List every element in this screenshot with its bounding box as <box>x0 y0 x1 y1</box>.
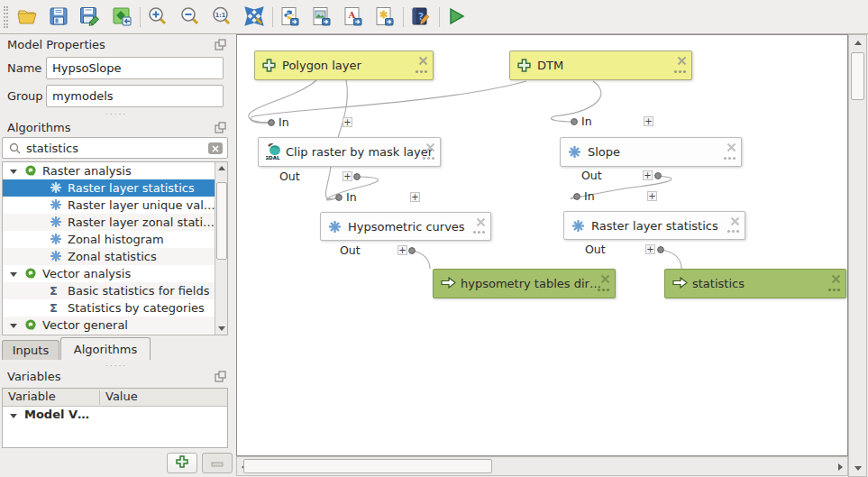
input-node-polygon-layer[interactable]: Polygon layer <box>254 50 434 80</box>
tree-item-raster-layer-zonal-statistics[interactable]: Raster layer zonal stati… <box>3 214 227 231</box>
expand-anchor-button[interactable]: + <box>343 171 352 181</box>
tab-inputs[interactable]: Inputs <box>2 340 59 360</box>
tree-scrollbar[interactable] <box>215 162 227 335</box>
output-node-statistics[interactable]: statistics <box>664 269 846 298</box>
splitter-handle[interactable] <box>0 112 233 119</box>
algorithm-node-clip-raster[interactable]: GDAL Clip raster by mask layer <box>258 137 441 167</box>
svg-text:1:1: 1:1 <box>215 11 226 18</box>
tree-item-label: Zonal histogram <box>68 233 164 246</box>
scroll-down-icon[interactable] <box>854 466 862 471</box>
float-panel-icon[interactable] <box>215 371 226 382</box>
connection-curve <box>661 250 681 269</box>
algorithm-node-hypsometric-curves[interactable]: Hypsometric curves <box>320 212 491 241</box>
socket-dot <box>336 195 343 201</box>
node-options-icon[interactable] <box>597 281 610 295</box>
svg-text:GDAL: GDAL <box>266 155 280 161</box>
node-title: Clip raster by mask layer <box>286 145 433 159</box>
zoom-full-button[interactable] <box>241 5 268 30</box>
sigma-icon: Σ <box>50 282 58 299</box>
expand-anchor-button[interactable]: + <box>410 192 420 202</box>
column-value: Value <box>105 390 138 403</box>
node-title: hypsometry tables dir… <box>461 277 601 290</box>
tree-item-label: Vector general <box>42 318 128 332</box>
add-variable-button[interactable] <box>167 453 197 473</box>
node-options-icon[interactable] <box>827 281 841 295</box>
node-options-icon[interactable] <box>472 224 486 237</box>
zoom-out-button[interactable] <box>177 5 204 30</box>
expand-anchor-button[interactable]: + <box>645 244 655 254</box>
algorithm-node-raster-layer-statistics[interactable]: Raster layer statistics <box>563 211 745 240</box>
collapse-arrow-icon[interactable] <box>10 272 17 277</box>
export-pdf-icon: A <box>342 5 363 30</box>
folder-open-icon <box>16 5 38 30</box>
connection-curve <box>412 251 430 269</box>
remove-variable-button[interactable] <box>202 453 233 473</box>
collapse-arrow-icon[interactable] <box>10 414 17 418</box>
tree-item-raster-layer-unique-values[interactable]: Raster layer unique val… <box>3 197 227 214</box>
expand-anchor-button[interactable]: + <box>647 191 657 201</box>
tab-algorithms[interactable]: Algorithms <box>60 337 151 360</box>
tree-group-raster-analysis[interactable]: Raster analysis <box>3 162 227 179</box>
tree-item-statistics-by-categories[interactable]: Σ Statistics by categories <box>3 299 227 316</box>
search-input[interactable] <box>26 139 202 157</box>
run-model-button[interactable] <box>443 5 470 30</box>
minus-icon <box>211 456 224 470</box>
toolbar-handle[interactable] <box>4 6 8 28</box>
export-svg-button[interactable] <box>370 5 397 30</box>
anchor-in-label: In <box>584 189 595 203</box>
input-node-dtm[interactable]: DTM <box>509 50 692 80</box>
collapse-arrow-icon[interactable] <box>10 170 17 174</box>
model-name-input[interactable] <box>46 57 224 79</box>
tree-item-label: Raster layer zonal stati… <box>68 216 215 229</box>
export-image-button[interactable] <box>307 5 334 30</box>
zoom-in-button[interactable] <box>144 5 171 30</box>
export-pdf-button[interactable]: A <box>339 5 366 30</box>
output-node-hypsometry-tables[interactable]: hypsometry tables dir… <box>433 269 616 298</box>
save-model-in-project-button[interactable] <box>108 5 135 30</box>
help-icon: ? <box>409 5 431 30</box>
anchor-out-label: Out <box>340 243 361 257</box>
algorithms-panel-title: Algorithms <box>7 121 70 134</box>
zoom-actual-button[interactable]: 1:1 <box>208 5 235 30</box>
model-group-input[interactable] <box>46 85 224 107</box>
algorithm-node-slope[interactable]: Slope <box>560 137 742 167</box>
scroll-right-icon[interactable] <box>838 463 843 471</box>
save-model-button[interactable] <box>45 5 72 30</box>
collapse-arrow-icon[interactable] <box>10 324 17 328</box>
save-icon <box>48 5 69 30</box>
vertical-scrollbar-thumb[interactable] <box>851 52 864 100</box>
canvas-vertical-scrollbar[interactable] <box>848 34 867 477</box>
expand-anchor-button[interactable]: + <box>397 245 407 255</box>
node-options-icon[interactable] <box>673 63 687 77</box>
float-panel-icon[interactable] <box>215 122 226 133</box>
save-model-as-button[interactable] <box>76 5 103 30</box>
tree-item-basic-statistics-for-fields[interactable]: Σ Basic statistics for fields <box>3 282 227 299</box>
tree-group-vector-general[interactable]: Vector general <box>3 316 227 334</box>
scroll-up-icon[interactable] <box>218 166 225 170</box>
open-model-button[interactable] <box>14 5 41 30</box>
node-options-icon[interactable] <box>422 150 435 163</box>
expand-anchor-button[interactable]: + <box>643 170 653 180</box>
node-options-icon[interactable] <box>415 63 428 77</box>
expand-anchor-button[interactable]: + <box>343 117 352 127</box>
sigma-icon: Σ <box>50 299 58 316</box>
edit-help-button[interactable]: ? <box>407 5 434 30</box>
canvas-horizontal-scrollbar[interactable] <box>236 456 848 476</box>
export-python-button[interactable] <box>276 5 303 30</box>
expand-anchor-button[interactable]: + <box>644 116 653 126</box>
tree-item-zonal-statistics[interactable]: Zonal statistics <box>3 248 227 265</box>
tree-item-raster-layer-statistics[interactable]: Raster layer statistics <box>3 179 227 197</box>
variables-group-row[interactable]: Model V… <box>3 407 227 425</box>
horizontal-scrollbar-thumb[interactable] <box>243 459 492 473</box>
scroll-up-icon[interactable] <box>854 41 862 45</box>
tree-group-vector-analysis[interactable]: Vector analysis <box>3 265 227 282</box>
node-options-icon[interactable] <box>723 150 736 163</box>
model-properties-title: Model Properties <box>7 38 105 51</box>
node-options-icon[interactable] <box>726 223 740 236</box>
scroll-down-icon[interactable] <box>218 326 225 331</box>
float-panel-icon[interactable] <box>215 39 226 50</box>
tree-item-zonal-histogram[interactable]: Zonal histogram <box>3 231 227 248</box>
model-canvas[interactable]: In + In + Out + Out + In + In + Out + Ou… <box>236 34 848 456</box>
tree-scrollbar-thumb[interactable] <box>216 182 227 260</box>
clear-search-icon[interactable] <box>208 142 223 154</box>
